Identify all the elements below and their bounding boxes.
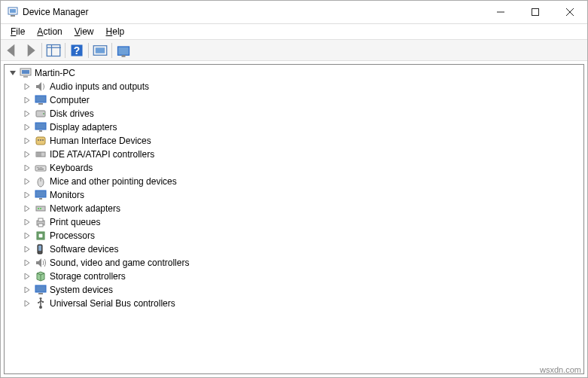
- expander-icon[interactable]: [23, 82, 32, 91]
- device-tree[interactable]: Martin-PC Audio inputs and outputsComput…: [4, 64, 584, 374]
- properties-button[interactable]: [115, 42, 132, 59]
- svg-rect-18: [23, 76, 28, 78]
- svg-rect-14: [118, 47, 129, 55]
- svg-rect-17: [22, 70, 29, 74]
- tree-item-label: Computer: [50, 95, 90, 105]
- toolbar-divider: [88, 43, 89, 58]
- tree-item-label: IDE ATA/ATAPI controllers: [50, 149, 154, 160]
- audio-icon: [35, 81, 47, 93]
- svg-rect-4: [532, 9, 539, 16]
- tree-item[interactable]: IDE ATA/ATAPI controllers: [5, 148, 583, 161]
- menu-action[interactable]: Action: [32, 26, 67, 38]
- tree-item[interactable]: Monitors: [5, 188, 583, 202]
- close-button[interactable]: [553, 1, 587, 23]
- tree-item-label: Print queues: [50, 217, 100, 227]
- disk-icon: [35, 108, 47, 120]
- tree-item[interactable]: Display adapters: [5, 120, 583, 134]
- expander-icon[interactable]: [23, 258, 32, 267]
- tree-item-label: Monitors: [50, 190, 84, 200]
- expander-icon[interactable]: [23, 96, 32, 105]
- tree-item-label: Sound, video and game controllers: [50, 258, 189, 268]
- expander-icon[interactable]: [23, 218, 32, 227]
- minimize-button[interactable]: [483, 1, 518, 23]
- tree-item[interactable]: System devices: [5, 283, 583, 297]
- help-button[interactable]: ?: [69, 42, 85, 59]
- sound-icon: [35, 257, 47, 269]
- tree-item-label: System devices: [50, 285, 113, 295]
- expander-icon[interactable]: [23, 191, 32, 200]
- tree-item[interactable]: Keyboards: [5, 161, 583, 175]
- tree-item[interactable]: Sound, video and game controllers: [5, 256, 583, 270]
- keyboard-icon: [35, 162, 47, 174]
- expander-icon[interactable]: [23, 123, 32, 132]
- expander-icon[interactable]: [23, 285, 32, 294]
- expander-icon[interactable]: [23, 136, 32, 145]
- titlebar: Device Manager: [1, 1, 587, 24]
- tree-item-label: Network adapters: [50, 203, 120, 214]
- expander-icon[interactable]: [23, 272, 32, 281]
- svg-rect-2: [11, 15, 15, 17]
- svg-rect-7: [47, 44, 60, 56]
- tree-item[interactable]: Software devices: [5, 242, 583, 256]
- svg-text:?: ?: [74, 45, 80, 56]
- expander-icon[interactable]: [23, 150, 32, 159]
- tree-item[interactable]: Audio inputs and outputs: [5, 80, 583, 93]
- show-hide-tree-button[interactable]: [45, 42, 62, 59]
- tree-root[interactable]: Martin-PC: [5, 66, 583, 80]
- toolbar-divider: [41, 43, 42, 58]
- toolbar-divider: [65, 43, 66, 58]
- window-controls: [483, 1, 587, 23]
- tree-item[interactable]: Network adapters: [5, 202, 583, 215]
- tree-item[interactable]: Computer: [5, 93, 583, 107]
- tree-item-label: Audio inputs and outputs: [50, 81, 149, 92]
- usb-icon: [35, 297, 47, 309]
- maximize-button[interactable]: [518, 1, 553, 23]
- tree-item-label: Disk drives: [50, 108, 94, 119]
- tree-item[interactable]: Mice and other pointing devices: [5, 175, 583, 188]
- display-icon: [35, 121, 47, 133]
- mouse-icon: [35, 175, 47, 187]
- tree-item[interactable]: Human Interface Devices: [5, 134, 583, 148]
- storage-icon: [35, 270, 47, 282]
- scan-hardware-button[interactable]: [92, 42, 108, 59]
- computer-root-icon: [20, 67, 32, 79]
- toolbar: ?: [1, 39, 587, 61]
- tree-item-label: Mice and other pointing devices: [50, 176, 177, 187]
- menu-help[interactable]: Help: [101, 26, 130, 38]
- expander-icon[interactable]: [23, 204, 32, 213]
- printer-icon: [35, 216, 47, 228]
- back-button[interactable]: [4, 42, 20, 59]
- monitor-icon: [35, 189, 47, 201]
- expander-icon[interactable]: [23, 109, 32, 118]
- tree-root-label: Martin-PC: [35, 68, 75, 78]
- expander-icon[interactable]: [23, 231, 32, 240]
- expander-icon[interactable]: [23, 299, 32, 308]
- expander-icon[interactable]: [23, 177, 32, 186]
- svg-rect-13: [96, 47, 105, 53]
- tree-item[interactable]: Processors: [5, 229, 583, 242]
- menu-file[interactable]: File: [5, 26, 30, 38]
- software-icon: [35, 243, 47, 255]
- tree-item-label: Keyboards: [50, 163, 93, 173]
- processor-icon: [35, 230, 47, 242]
- expander-icon[interactable]: [23, 245, 32, 254]
- tree-item-label: Processors: [50, 230, 95, 241]
- window-title: Device Manager: [23, 7, 483, 17]
- tree-item[interactable]: Print queues: [5, 215, 583, 229]
- tree-item[interactable]: Universal Serial Bus controllers: [5, 297, 583, 310]
- tree-item[interactable]: Disk drives: [5, 107, 583, 120]
- tree-item-label: Storage controllers: [50, 271, 126, 282]
- toolbar-divider: [111, 43, 112, 58]
- expander-icon[interactable]: [23, 163, 32, 172]
- watermark: wsxdn.com: [540, 365, 581, 374]
- menu-view[interactable]: View: [69, 26, 99, 38]
- tree-item[interactable]: Storage controllers: [5, 270, 583, 283]
- expander-icon[interactable]: [8, 69, 17, 78]
- forward-button[interactable]: [22, 42, 38, 59]
- tree-item-label: Universal Serial Bus controllers: [50, 298, 175, 309]
- tree-item-label: Display adapters: [50, 122, 117, 133]
- tree-item-label: Human Interface Devices: [50, 136, 151, 146]
- svg-rect-15: [122, 55, 126, 57]
- tree-item-label: Software devices: [50, 244, 118, 255]
- app-icon: [7, 6, 19, 18]
